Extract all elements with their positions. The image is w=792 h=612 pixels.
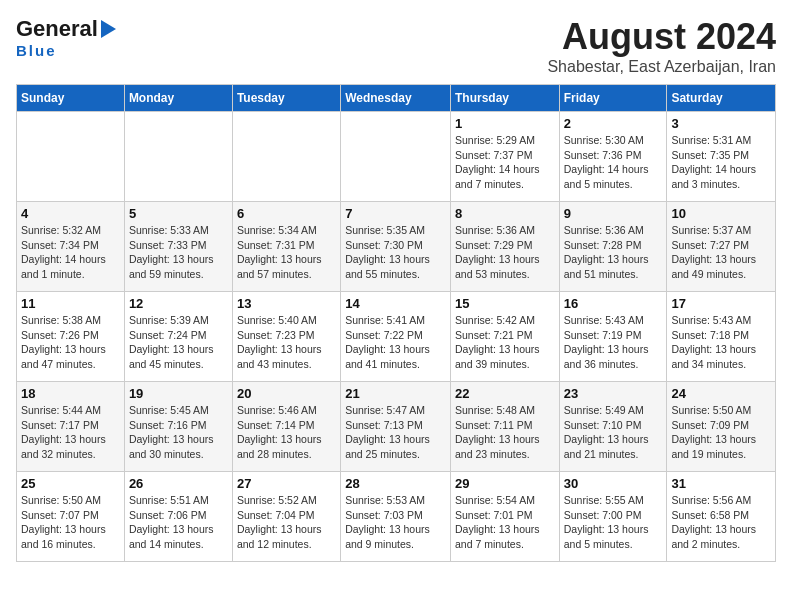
calendar-cell: 5Sunrise: 5:33 AMSunset: 7:33 PMDaylight… [124,202,232,292]
calendar-cell: 29Sunrise: 5:54 AMSunset: 7:01 PMDayligh… [450,472,559,562]
day-number: 15 [455,296,555,311]
day-number: 7 [345,206,446,221]
header-friday: Friday [559,85,667,112]
day-info: Sunrise: 5:45 AMSunset: 7:16 PMDaylight:… [129,403,228,462]
day-number: 9 [564,206,663,221]
calendar-cell: 12Sunrise: 5:39 AMSunset: 7:24 PMDayligh… [124,292,232,382]
title-area: August 2024 Shabestar, East Azerbaijan, … [547,16,776,76]
day-info: Sunrise: 5:54 AMSunset: 7:01 PMDaylight:… [455,493,555,552]
calendar-cell: 26Sunrise: 5:51 AMSunset: 7:06 PMDayligh… [124,472,232,562]
day-number: 18 [21,386,120,401]
day-number: 5 [129,206,228,221]
day-info: Sunrise: 5:49 AMSunset: 7:10 PMDaylight:… [564,403,663,462]
calendar-cell: 16Sunrise: 5:43 AMSunset: 7:19 PMDayligh… [559,292,667,382]
day-number: 13 [237,296,336,311]
calendar-week-4: 18Sunrise: 5:44 AMSunset: 7:17 PMDayligh… [17,382,776,472]
day-info: Sunrise: 5:46 AMSunset: 7:14 PMDaylight:… [237,403,336,462]
calendar-cell: 21Sunrise: 5:47 AMSunset: 7:13 PMDayligh… [341,382,451,472]
logo-general: General [16,16,98,42]
calendar-cell: 8Sunrise: 5:36 AMSunset: 7:29 PMDaylight… [450,202,559,292]
header-wednesday: Wednesday [341,85,451,112]
day-number: 11 [21,296,120,311]
day-number: 8 [455,206,555,221]
day-number: 12 [129,296,228,311]
calendar-subtitle: Shabestar, East Azerbaijan, Iran [547,58,776,76]
day-number: 25 [21,476,120,491]
day-info: Sunrise: 5:42 AMSunset: 7:21 PMDaylight:… [455,313,555,372]
calendar-cell: 18Sunrise: 5:44 AMSunset: 7:17 PMDayligh… [17,382,125,472]
header-monday: Monday [124,85,232,112]
day-number: 26 [129,476,228,491]
calendar-table: Sunday Monday Tuesday Wednesday Thursday… [16,84,776,562]
day-info: Sunrise: 5:35 AMSunset: 7:30 PMDaylight:… [345,223,446,282]
day-number: 16 [564,296,663,311]
calendar-week-2: 4Sunrise: 5:32 AMSunset: 7:34 PMDaylight… [17,202,776,292]
day-info: Sunrise: 5:40 AMSunset: 7:23 PMDaylight:… [237,313,336,372]
calendar-cell: 17Sunrise: 5:43 AMSunset: 7:18 PMDayligh… [667,292,776,382]
calendar-cell: 7Sunrise: 5:35 AMSunset: 7:30 PMDaylight… [341,202,451,292]
calendar-cell: 25Sunrise: 5:50 AMSunset: 7:07 PMDayligh… [17,472,125,562]
day-number: 6 [237,206,336,221]
calendar-cell [17,112,125,202]
calendar-cell: 28Sunrise: 5:53 AMSunset: 7:03 PMDayligh… [341,472,451,562]
day-info: Sunrise: 5:50 AMSunset: 7:07 PMDaylight:… [21,493,120,552]
calendar-cell: 27Sunrise: 5:52 AMSunset: 7:04 PMDayligh… [232,472,340,562]
day-number: 22 [455,386,555,401]
calendar-cell: 10Sunrise: 5:37 AMSunset: 7:27 PMDayligh… [667,202,776,292]
day-info: Sunrise: 5:30 AMSunset: 7:36 PMDaylight:… [564,133,663,192]
day-info: Sunrise: 5:51 AMSunset: 7:06 PMDaylight:… [129,493,228,552]
calendar-cell: 23Sunrise: 5:49 AMSunset: 7:10 PMDayligh… [559,382,667,472]
calendar-week-3: 11Sunrise: 5:38 AMSunset: 7:26 PMDayligh… [17,292,776,382]
header-saturday: Saturday [667,85,776,112]
calendar-cell: 9Sunrise: 5:36 AMSunset: 7:28 PMDaylight… [559,202,667,292]
calendar-cell: 14Sunrise: 5:41 AMSunset: 7:22 PMDayligh… [341,292,451,382]
day-info: Sunrise: 5:41 AMSunset: 7:22 PMDaylight:… [345,313,446,372]
day-number: 4 [21,206,120,221]
calendar-cell: 19Sunrise: 5:45 AMSunset: 7:16 PMDayligh… [124,382,232,472]
calendar-cell: 20Sunrise: 5:46 AMSunset: 7:14 PMDayligh… [232,382,340,472]
day-info: Sunrise: 5:48 AMSunset: 7:11 PMDaylight:… [455,403,555,462]
calendar-week-1: 1Sunrise: 5:29 AMSunset: 7:37 PMDaylight… [17,112,776,202]
header-thursday: Thursday [450,85,559,112]
calendar-cell: 22Sunrise: 5:48 AMSunset: 7:11 PMDayligh… [450,382,559,472]
day-info: Sunrise: 5:55 AMSunset: 7:00 PMDaylight:… [564,493,663,552]
calendar-cell: 24Sunrise: 5:50 AMSunset: 7:09 PMDayligh… [667,382,776,472]
calendar-cell: 3Sunrise: 5:31 AMSunset: 7:35 PMDaylight… [667,112,776,202]
day-number: 3 [671,116,771,131]
day-number: 17 [671,296,771,311]
day-info: Sunrise: 5:29 AMSunset: 7:37 PMDaylight:… [455,133,555,192]
day-number: 23 [564,386,663,401]
calendar-cell: 2Sunrise: 5:30 AMSunset: 7:36 PMDaylight… [559,112,667,202]
day-info: Sunrise: 5:50 AMSunset: 7:09 PMDaylight:… [671,403,771,462]
day-number: 31 [671,476,771,491]
day-number: 10 [671,206,771,221]
day-number: 14 [345,296,446,311]
logo-blue: Blue [16,42,57,59]
header-tuesday: Tuesday [232,85,340,112]
day-number: 21 [345,386,446,401]
day-info: Sunrise: 5:31 AMSunset: 7:35 PMDaylight:… [671,133,771,192]
logo-arrow-icon [101,20,116,38]
day-info: Sunrise: 5:32 AMSunset: 7:34 PMDaylight:… [21,223,120,282]
day-info: Sunrise: 5:33 AMSunset: 7:33 PMDaylight:… [129,223,228,282]
calendar-header-row: Sunday Monday Tuesday Wednesday Thursday… [17,85,776,112]
day-number: 20 [237,386,336,401]
calendar-cell [232,112,340,202]
calendar-cell: 1Sunrise: 5:29 AMSunset: 7:37 PMDaylight… [450,112,559,202]
day-info: Sunrise: 5:56 AMSunset: 6:58 PMDaylight:… [671,493,771,552]
day-info: Sunrise: 5:39 AMSunset: 7:24 PMDaylight:… [129,313,228,372]
page-header: General Blue August 2024 Shabestar, East… [16,16,776,76]
day-info: Sunrise: 5:47 AMSunset: 7:13 PMDaylight:… [345,403,446,462]
day-info: Sunrise: 5:43 AMSunset: 7:19 PMDaylight:… [564,313,663,372]
day-number: 19 [129,386,228,401]
calendar-cell [124,112,232,202]
day-info: Sunrise: 5:36 AMSunset: 7:28 PMDaylight:… [564,223,663,282]
calendar-cell: 6Sunrise: 5:34 AMSunset: 7:31 PMDaylight… [232,202,340,292]
day-number: 2 [564,116,663,131]
calendar-cell: 13Sunrise: 5:40 AMSunset: 7:23 PMDayligh… [232,292,340,382]
calendar-cell: 15Sunrise: 5:42 AMSunset: 7:21 PMDayligh… [450,292,559,382]
day-info: Sunrise: 5:37 AMSunset: 7:27 PMDaylight:… [671,223,771,282]
day-number: 1 [455,116,555,131]
calendar-cell: 31Sunrise: 5:56 AMSunset: 6:58 PMDayligh… [667,472,776,562]
day-info: Sunrise: 5:43 AMSunset: 7:18 PMDaylight:… [671,313,771,372]
